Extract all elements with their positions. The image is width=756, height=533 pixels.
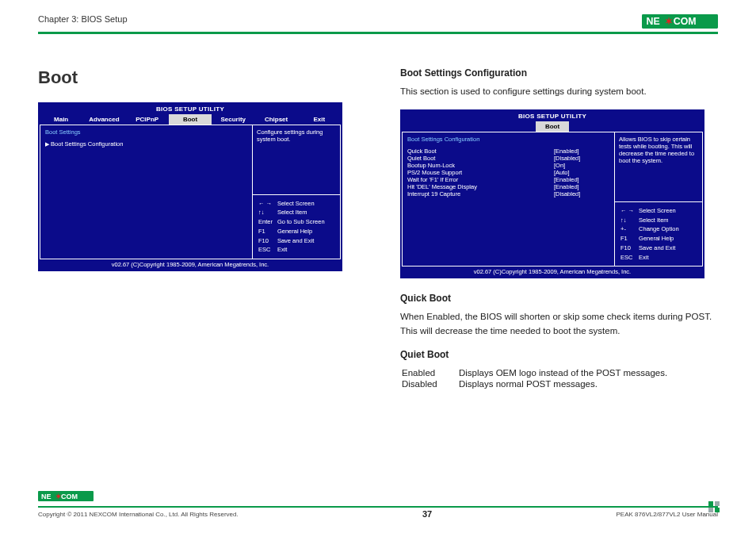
bios-option-row: Hit 'DEL' Message Display bbox=[407, 183, 554, 190]
bios-copyright: v02.67 (C)Copyright 1985-2009, American … bbox=[40, 259, 341, 270]
bios-group-label: Boot Settings Configuration bbox=[407, 136, 554, 143]
bios-option-value: [Disabled] bbox=[554, 155, 609, 162]
bios-option-value: [Enabled] bbox=[554, 176, 609, 183]
bios-option-row: Quiet Boot bbox=[407, 155, 554, 162]
section-heading: Boot Settings Configuration bbox=[400, 67, 718, 79]
bios-option-value: [On] bbox=[554, 162, 609, 169]
chapter-label: Chapter 3: BIOS Setup bbox=[38, 14, 128, 24]
bios-tabs: Boot bbox=[402, 121, 703, 132]
bios-option-row: Interrupt 19 Capture bbox=[407, 190, 554, 197]
svg-text:✶: ✶ bbox=[55, 493, 62, 500]
bios-option-row: Bootup Num-Lock bbox=[407, 162, 554, 169]
quick-boot-heading: Quick Boot bbox=[400, 293, 718, 304]
bios-tab-main: Main bbox=[40, 114, 82, 125]
svg-text:COM: COM bbox=[674, 16, 697, 27]
page-number: 37 bbox=[422, 509, 432, 519]
submenu-arrow-icon: ▶ bbox=[45, 141, 49, 147]
footer-ornament-icon bbox=[708, 501, 720, 512]
footer-copyright: Copyright © 2011 NEXCOM International Co… bbox=[38, 511, 239, 518]
bios-tabs: Main Advanced PCIPnP Boot Security Chips… bbox=[40, 114, 341, 125]
bios-option-row: Wait for 'F1' If Error bbox=[407, 176, 554, 183]
quiet-boot-options: Enabled Displays OEM logo instead of the… bbox=[400, 366, 669, 390]
bios-nav-keys: ← →Select Screen ↑↓Select Item EnterGo t… bbox=[253, 195, 340, 259]
svg-text:NE: NE bbox=[41, 493, 52, 500]
quiet-boot-heading: Quiet Boot bbox=[400, 349, 718, 360]
bios-option-row: PS/2 Mouse Support bbox=[407, 169, 554, 176]
option-desc: Displays normal POST messages. bbox=[459, 379, 667, 389]
brand-logo: NE ✶ COM bbox=[642, 14, 718, 29]
option-key: Enabled bbox=[402, 368, 457, 378]
option-desc: Displays OEM logo instead of the POST me… bbox=[459, 368, 667, 378]
bios-tab-pcipnp: PCIPnP bbox=[126, 114, 169, 125]
bios-submenu-item: Boot Settings Configuration bbox=[51, 140, 123, 148]
bios-tab-security: Security bbox=[212, 114, 254, 125]
bios-title: BIOS SETUP UTILITY bbox=[40, 104, 341, 114]
bios-help-text: Configure settings during system boot. bbox=[253, 125, 340, 195]
bios-option-value: [Enabled] bbox=[554, 148, 609, 155]
bios-tab-chipset: Chipset bbox=[254, 114, 297, 125]
bios-title: BIOS SETUP UTILITY bbox=[402, 111, 703, 121]
bios-copyright: v02.67 (C)Copyright 1985-2009, American … bbox=[402, 266, 703, 277]
bios-option-row: Quick Boot bbox=[407, 148, 554, 155]
left-column: Boot BIOS SETUP UTILITY Main Advanced PC… bbox=[38, 67, 356, 390]
footer-brand-logo: NE ✶ COM bbox=[38, 491, 94, 501]
bios-group-label: Boot Settings bbox=[45, 128, 247, 136]
svg-text:COM: COM bbox=[61, 493, 78, 500]
bios-screenshot-boot-menu: BIOS SETUP UTILITY Main Advanced PCIPnP … bbox=[38, 102, 342, 271]
bios-option-value: [Enabled] bbox=[554, 183, 609, 190]
right-column: Boot Settings Configuration This section… bbox=[400, 67, 718, 390]
section-intro: This section is used to configure settin… bbox=[400, 85, 718, 98]
bios-main-panel: Boot Settings ▶ Boot Settings Configurat… bbox=[40, 125, 253, 259]
bios-nav-keys: ← →Select Screen ↑↓Select Item +-Change … bbox=[615, 202, 702, 266]
page-footer: NE ✶ COM Copyright © 2011 NEXCOM Interna… bbox=[38, 491, 718, 519]
bios-option-value: [Disabled] bbox=[554, 190, 609, 197]
bios-tab-exit: Exit bbox=[298, 114, 341, 125]
header-bar: Chapter 3: BIOS Setup NE ✶ COM bbox=[38, 14, 718, 34]
svg-text:✶: ✶ bbox=[665, 16, 673, 27]
svg-text:NE: NE bbox=[646, 16, 659, 27]
option-key: Disabled bbox=[402, 379, 457, 389]
bios-tab-advanced: Advanced bbox=[82, 114, 125, 125]
bios-help-text: Allows BIOS to skip certain tests while … bbox=[615, 132, 702, 202]
quick-boot-text: When Enabled, the BIOS will shorten or s… bbox=[400, 310, 718, 338]
bios-tab-boot: Boot bbox=[169, 114, 212, 125]
bios-tab-boot: Boot bbox=[536, 121, 569, 132]
page-title: Boot bbox=[38, 67, 356, 88]
bios-main-panel: Boot Settings Configuration Quick Boot Q… bbox=[403, 132, 615, 266]
bios-screenshot-boot-settings: BIOS SETUP UTILITY Boot Boot Settings Co… bbox=[400, 109, 704, 278]
bios-option-value: [Auto] bbox=[554, 169, 609, 176]
footer-manual-name: PEAK 876VL2/877VL2 User Manual bbox=[616, 511, 718, 518]
